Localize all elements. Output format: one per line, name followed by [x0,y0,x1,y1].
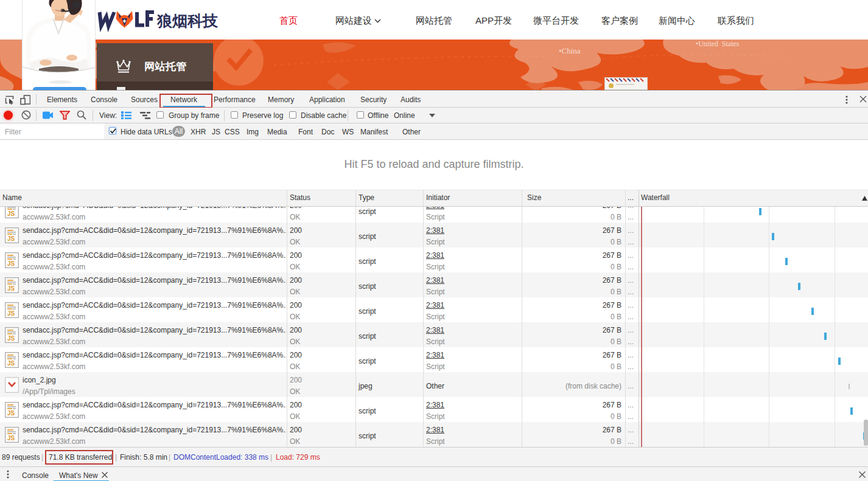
svg-text:JS: JS [7,260,15,267]
svg-text:JS: JS [7,435,15,441]
svg-text:JS: JS [7,360,15,367]
svg-text:JS: JS [7,210,15,217]
svg-text:JS: JS [7,235,15,242]
svg-text:JS: JS [7,310,15,317]
svg-text:JS: JS [7,410,15,417]
svg-text:JS: JS [7,335,15,342]
svg-text:JS: JS [7,285,15,292]
